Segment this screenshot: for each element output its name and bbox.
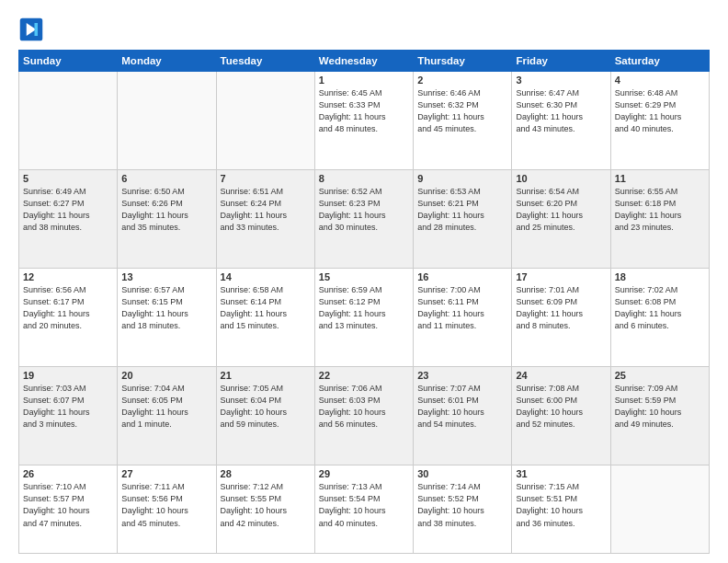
day-info: Sunrise: 6:45 AM Sunset: 6:33 PM Dayligh… [319, 87, 409, 135]
calendar-cell: 1Sunrise: 6:45 AM Sunset: 6:33 PM Daylig… [314, 72, 413, 170]
day-info: Sunrise: 6:54 AM Sunset: 6:20 PM Dayligh… [516, 186, 606, 234]
calendar-cell: 5Sunrise: 6:49 AM Sunset: 6:27 PM Daylig… [19, 170, 118, 269]
calendar-cell: 8Sunrise: 6:52 AM Sunset: 6:23 PM Daylig… [314, 170, 413, 269]
day-info: Sunrise: 7:03 AM Sunset: 6:07 PM Dayligh… [23, 383, 113, 431]
day-number: 7 [221, 173, 311, 184]
day-number: 5 [23, 173, 113, 184]
svg-rect-2 [35, 23, 39, 36]
calendar-cell: 3Sunrise: 6:47 AM Sunset: 6:30 PM Daylig… [512, 72, 610, 170]
day-info: Sunrise: 7:01 AM Sunset: 6:09 PM Dayligh… [516, 284, 606, 332]
day-info: Sunrise: 6:52 AM Sunset: 6:23 PM Dayligh… [319, 186, 409, 234]
calendar-cell: 22Sunrise: 7:06 AM Sunset: 6:03 PM Dayli… [314, 367, 413, 465]
calendar-cell: 20Sunrise: 7:04 AM Sunset: 6:05 PM Dayli… [118, 367, 216, 465]
day-info: Sunrise: 7:06 AM Sunset: 6:03 PM Dayligh… [319, 383, 409, 431]
day-info: Sunrise: 6:58 AM Sunset: 6:14 PM Dayligh… [221, 284, 311, 332]
calendar-cell: 14Sunrise: 6:58 AM Sunset: 6:14 PM Dayli… [216, 269, 314, 367]
day-info: Sunrise: 6:57 AM Sunset: 6:15 PM Dayligh… [121, 284, 211, 332]
calendar-cell: 4Sunrise: 6:48 AM Sunset: 6:29 PM Daylig… [610, 72, 709, 170]
day-info: Sunrise: 7:09 AM Sunset: 5:59 PM Dayligh… [615, 383, 705, 431]
day-number: 28 [221, 468, 311, 479]
day-number: 10 [516, 173, 606, 184]
day-number: 27 [121, 468, 211, 479]
day-info: Sunrise: 7:05 AM Sunset: 6:04 PM Dayligh… [221, 383, 311, 431]
day-info: Sunrise: 7:13 AM Sunset: 5:54 PM Dayligh… [319, 481, 409, 529]
weekday-header: Sunday [19, 51, 118, 72]
day-number: 31 [516, 468, 606, 479]
calendar-row: 5Sunrise: 6:49 AM Sunset: 6:27 PM Daylig… [19, 170, 710, 269]
weekday-header: Thursday [414, 51, 512, 72]
calendar-row: 26Sunrise: 7:10 AM Sunset: 5:57 PM Dayli… [19, 465, 710, 554]
day-number: 30 [417, 468, 507, 479]
logo [18, 17, 48, 42]
weekday-header: Wednesday [314, 51, 413, 72]
day-info: Sunrise: 7:11 AM Sunset: 5:56 PM Dayligh… [121, 481, 211, 529]
weekday-header: Friday [512, 51, 610, 72]
calendar-cell: 28Sunrise: 7:12 AM Sunset: 5:55 PM Dayli… [216, 465, 314, 554]
day-info: Sunrise: 6:53 AM Sunset: 6:21 PM Dayligh… [417, 186, 507, 234]
calendar-cell [216, 72, 314, 170]
day-info: Sunrise: 6:46 AM Sunset: 6:32 PM Dayligh… [417, 87, 507, 135]
day-number: 21 [221, 370, 311, 381]
day-number: 26 [23, 468, 113, 479]
day-number: 6 [121, 173, 211, 184]
calendar-cell: 21Sunrise: 7:05 AM Sunset: 6:04 PM Dayli… [216, 367, 314, 465]
day-number: 23 [417, 370, 507, 381]
calendar-row: 12Sunrise: 6:56 AM Sunset: 6:17 PM Dayli… [19, 269, 710, 367]
calendar-cell: 9Sunrise: 6:53 AM Sunset: 6:21 PM Daylig… [414, 170, 512, 269]
calendar-cell: 15Sunrise: 6:59 AM Sunset: 6:12 PM Dayli… [314, 269, 413, 367]
day-info: Sunrise: 6:47 AM Sunset: 6:30 PM Dayligh… [516, 87, 606, 135]
day-number: 2 [417, 75, 507, 86]
calendar-cell: 13Sunrise: 6:57 AM Sunset: 6:15 PM Dayli… [118, 269, 216, 367]
day-info: Sunrise: 6:49 AM Sunset: 6:27 PM Dayligh… [23, 186, 113, 234]
logo-icon [18, 17, 44, 42]
calendar-cell: 18Sunrise: 7:02 AM Sunset: 6:08 PM Dayli… [610, 269, 709, 367]
calendar-cell [19, 72, 118, 170]
day-number: 20 [121, 370, 211, 381]
calendar-cell: 25Sunrise: 7:09 AM Sunset: 5:59 PM Dayli… [610, 367, 709, 465]
calendar-cell: 16Sunrise: 7:00 AM Sunset: 6:11 PM Dayli… [414, 269, 512, 367]
calendar-cell: 11Sunrise: 6:55 AM Sunset: 6:18 PM Dayli… [610, 170, 709, 269]
header [18, 17, 710, 42]
calendar-cell: 23Sunrise: 7:07 AM Sunset: 6:01 PM Dayli… [414, 367, 512, 465]
calendar-cell: 7Sunrise: 6:51 AM Sunset: 6:24 PM Daylig… [216, 170, 314, 269]
day-info: Sunrise: 6:59 AM Sunset: 6:12 PM Dayligh… [319, 284, 409, 332]
day-info: Sunrise: 7:12 AM Sunset: 5:55 PM Dayligh… [221, 481, 311, 529]
day-number: 16 [417, 271, 507, 282]
calendar-cell [610, 465, 709, 554]
day-number: 18 [615, 271, 705, 282]
day-number: 22 [319, 370, 409, 381]
calendar-cell: 10Sunrise: 6:54 AM Sunset: 6:20 PM Dayli… [512, 170, 610, 269]
day-number: 11 [615, 173, 705, 184]
day-info: Sunrise: 6:50 AM Sunset: 6:26 PM Dayligh… [121, 186, 211, 234]
day-number: 1 [319, 75, 409, 86]
calendar-cell: 27Sunrise: 7:11 AM Sunset: 5:56 PM Dayli… [118, 465, 216, 554]
calendar-cell: 2Sunrise: 6:46 AM Sunset: 6:32 PM Daylig… [414, 72, 512, 170]
day-number: 3 [516, 75, 606, 86]
day-number: 29 [319, 468, 409, 479]
day-number: 13 [121, 271, 211, 282]
day-info: Sunrise: 7:10 AM Sunset: 5:57 PM Dayligh… [23, 481, 113, 529]
calendar-cell: 24Sunrise: 7:08 AM Sunset: 6:00 PM Dayli… [512, 367, 610, 465]
calendar-cell [118, 72, 216, 170]
calendar-cell: 30Sunrise: 7:14 AM Sunset: 5:52 PM Dayli… [414, 465, 512, 554]
day-number: 8 [319, 173, 409, 184]
day-info: Sunrise: 7:14 AM Sunset: 5:52 PM Dayligh… [417, 481, 507, 529]
day-info: Sunrise: 7:08 AM Sunset: 6:00 PM Dayligh… [516, 383, 606, 431]
day-info: Sunrise: 7:00 AM Sunset: 6:11 PM Dayligh… [417, 284, 507, 332]
day-info: Sunrise: 6:56 AM Sunset: 6:17 PM Dayligh… [23, 284, 113, 332]
header-row: SundayMondayTuesdayWednesdayThursdayFrid… [19, 51, 710, 72]
day-info: Sunrise: 6:51 AM Sunset: 6:24 PM Dayligh… [221, 186, 311, 234]
day-info: Sunrise: 7:15 AM Sunset: 5:51 PM Dayligh… [516, 481, 606, 529]
day-number: 12 [23, 271, 113, 282]
calendar-row: 19Sunrise: 7:03 AM Sunset: 6:07 PM Dayli… [19, 367, 710, 465]
day-number: 9 [417, 173, 507, 184]
day-number: 4 [615, 75, 705, 86]
day-number: 19 [23, 370, 113, 381]
weekday-header: Monday [118, 51, 216, 72]
calendar-cell: 17Sunrise: 7:01 AM Sunset: 6:09 PM Dayli… [512, 269, 610, 367]
day-info: Sunrise: 7:02 AM Sunset: 6:08 PM Dayligh… [615, 284, 705, 332]
calendar-cell: 12Sunrise: 6:56 AM Sunset: 6:17 PM Dayli… [19, 269, 118, 367]
calendar-cell: 6Sunrise: 6:50 AM Sunset: 6:26 PM Daylig… [118, 170, 216, 269]
day-number: 17 [516, 271, 606, 282]
weekday-header: Saturday [610, 51, 709, 72]
